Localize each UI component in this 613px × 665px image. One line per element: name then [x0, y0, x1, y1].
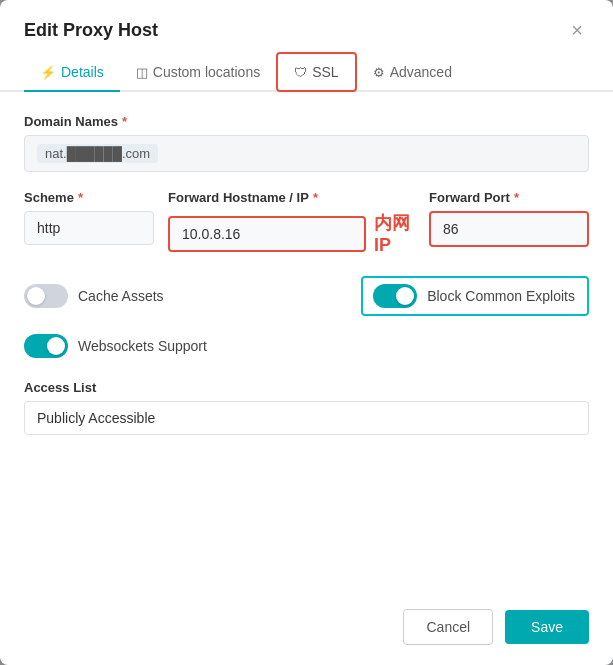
- hostname-annotation: 内网IP: [374, 211, 415, 256]
- tab-details[interactable]: ⚡ Details: [24, 54, 120, 92]
- modal-title: Edit Proxy Host: [24, 20, 158, 41]
- tabs-bar: ⚡ Details ◫ Custom locations 🛡 SSL ⚙ Adv…: [0, 52, 613, 92]
- cache-assets-label: Cache Assets: [78, 288, 164, 304]
- block-exploits-toggle[interactable]: [373, 284, 417, 308]
- forward-port-field: Forward Port *: [429, 190, 589, 256]
- modal-body: Domain Names * nat.██████.com Scheme *: [0, 92, 613, 595]
- modal-overlay: Edit Proxy Host × ⚡ Details ◫ Custom loc…: [0, 0, 613, 665]
- domain-names-field: Domain Names * nat.██████.com: [24, 114, 589, 172]
- save-button[interactable]: Save: [505, 610, 589, 644]
- forward-port-input[interactable]: [429, 211, 589, 247]
- block-exploits-group: Block Common Exploits: [307, 276, 590, 316]
- advanced-icon: ⚙: [373, 65, 385, 80]
- forward-hostname-field: Forward Hostname / IP * 内网IP: [168, 190, 415, 256]
- websockets-row: Websockets Support: [24, 334, 589, 358]
- forward-hostname-input[interactable]: [168, 216, 366, 252]
- block-exploits-box: Block Common Exploits: [361, 276, 589, 316]
- modal-header: Edit Proxy Host ×: [0, 0, 613, 42]
- edit-proxy-host-modal: Edit Proxy Host × ⚡ Details ◫ Custom loc…: [0, 0, 613, 665]
- block-exploits-label: Block Common Exploits: [427, 288, 575, 304]
- scheme-input[interactable]: [24, 211, 154, 245]
- details-icon: ⚡: [40, 65, 56, 80]
- scheme-field: Scheme *: [24, 190, 154, 256]
- modal-footer: Cancel Save: [0, 595, 613, 665]
- access-list-label: Access List: [24, 380, 589, 395]
- cache-assets-group: Cache Assets: [24, 284, 307, 308]
- domain-names-label: Domain Names *: [24, 114, 589, 129]
- toggles-row: Cache Assets Block Common Exploits: [24, 276, 589, 316]
- close-button[interactable]: ×: [565, 18, 589, 42]
- ssl-icon: 🛡: [294, 65, 307, 80]
- websockets-label: Websockets Support: [78, 338, 207, 354]
- tab-custom-locations[interactable]: ◫ Custom locations: [120, 54, 276, 92]
- tab-advanced[interactable]: ⚙ Advanced: [357, 54, 468, 92]
- cancel-button[interactable]: Cancel: [403, 609, 493, 645]
- tab-ssl[interactable]: 🛡 SSL: [276, 52, 356, 92]
- row-scheme-hostname-port: Scheme * Forward Hostname / IP * 内网IP: [24, 190, 589, 256]
- websockets-toggle[interactable]: [24, 334, 68, 358]
- access-list-section: Access List: [24, 380, 589, 435]
- cache-assets-toggle[interactable]: [24, 284, 68, 308]
- domain-names-input[interactable]: nat.██████.com: [24, 135, 589, 172]
- custom-locations-icon: ◫: [136, 65, 148, 80]
- access-list-input[interactable]: [24, 401, 589, 435]
